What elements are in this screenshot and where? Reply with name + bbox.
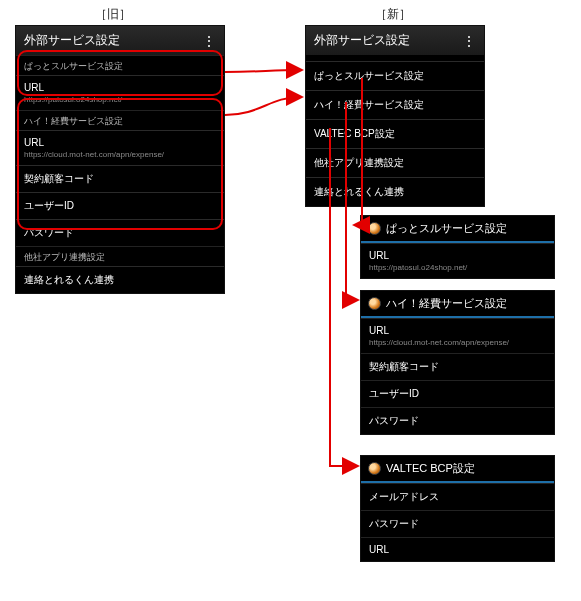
app-icon [368, 462, 381, 475]
field-label: パスワード [369, 414, 546, 428]
old-field-customer-code[interactable]: 契約顧客コード [16, 165, 224, 192]
old-field-renraku[interactable]: 連絡とれるくん連携 [16, 266, 224, 293]
card1-field-url[interactable]: URL https://patosul.o24shop.net/ [361, 243, 554, 278]
field-label: パスワード [369, 517, 546, 531]
old-field-userid[interactable]: ユーザーID [16, 192, 224, 219]
field-label: 連絡とれるくん連携 [24, 273, 216, 287]
new-item-hikeihi[interactable]: ハイ！経費サービス設定 [306, 90, 484, 119]
app-icon [368, 222, 381, 235]
old-field-url2[interactable]: URL https://cloud.mot-net.com/apn/expens… [16, 130, 224, 165]
field-label: URL [369, 250, 546, 261]
field-label: URL [369, 544, 546, 555]
card1-header: ぱっとスルサービス設定 [361, 216, 554, 243]
new-item-valtec[interactable]: VALTEC BCP設定 [306, 119, 484, 148]
old-titlebar: 外部サービス設定 ⋮ [16, 26, 224, 55]
new-panel: 外部サービス設定 ⋮ ぱっとスルサービス設定 ハイ！経費サービス設定 VALTE… [305, 25, 485, 207]
new-item-renraku[interactable]: 連絡とれるくん連携 [306, 177, 484, 206]
old-cat-1: ハイ！経費サービス設定 [16, 110, 224, 130]
old-panel: 外部サービス設定 ⋮ ぱっとスルサービス設定 URL https://patos… [15, 25, 225, 294]
field-label: ユーザーID [24, 199, 216, 213]
field-label: パスワード [24, 226, 216, 240]
old-title: 外部サービス設定 [24, 32, 120, 49]
card3-header: VALTEC BCP設定 [361, 456, 554, 483]
card2-field-customer-code[interactable]: 契約顧客コード [361, 353, 554, 380]
card3-title: VALTEC BCP設定 [386, 461, 475, 476]
menu-icon[interactable]: ⋮ [202, 37, 216, 45]
field-sub: https://patosul.o24shop.net/ [369, 263, 546, 272]
old-field-password[interactable]: パスワード [16, 219, 224, 246]
label-old: ［旧］ [95, 6, 131, 23]
field-sub: https://patosul.o24shop.net/ [24, 95, 216, 104]
new-item-other[interactable]: 他社アプリ連携設定 [306, 148, 484, 177]
field-label: メールアドレス [369, 490, 546, 504]
menu-icon[interactable]: ⋮ [462, 37, 476, 45]
card2-field-userid[interactable]: ユーザーID [361, 380, 554, 407]
new-title: 外部サービス設定 [314, 32, 410, 49]
new-titlebar: 外部サービス設定 ⋮ [306, 26, 484, 55]
card2-title: ハイ！経費サービス設定 [386, 296, 507, 311]
card2-field-password[interactable]: パスワード [361, 407, 554, 434]
card3-field-mail[interactable]: メールアドレス [361, 483, 554, 510]
old-cat-2: 他社アプリ連携設定 [16, 246, 224, 266]
card1-title: ぱっとスルサービス設定 [386, 221, 507, 236]
field-label: 契約顧客コード [369, 360, 546, 374]
field-label: URL [24, 137, 216, 148]
old-field-url1[interactable]: URL https://patosul.o24shop.net/ [16, 75, 224, 110]
field-label: ユーザーID [369, 387, 546, 401]
field-sub: https://cloud.mot-net.com/apn/expense/ [24, 150, 216, 159]
old-cat-0: ぱっとスルサービス設定 [16, 55, 224, 75]
card-patosul: ぱっとスルサービス設定 URL https://patosul.o24shop.… [360, 215, 555, 279]
field-label: URL [369, 325, 546, 336]
card3-field-password[interactable]: パスワード [361, 510, 554, 537]
card-valtec: VALTEC BCP設定 メールアドレス パスワード URL [360, 455, 555, 562]
field-sub: https://cloud.mot-net.com/apn/expense/ [369, 338, 546, 347]
label-new: ［新］ [375, 6, 411, 23]
card3-field-url[interactable]: URL [361, 537, 554, 561]
field-label: URL [24, 82, 216, 93]
app-icon [368, 297, 381, 310]
card2-field-url[interactable]: URL https://cloud.mot-net.com/apn/expens… [361, 318, 554, 353]
field-label: 契約顧客コード [24, 172, 216, 186]
card-hikeihi: ハイ！経費サービス設定 URL https://cloud.mot-net.co… [360, 290, 555, 435]
card2-header: ハイ！経費サービス設定 [361, 291, 554, 318]
new-item-patosul[interactable]: ぱっとスルサービス設定 [306, 61, 484, 90]
